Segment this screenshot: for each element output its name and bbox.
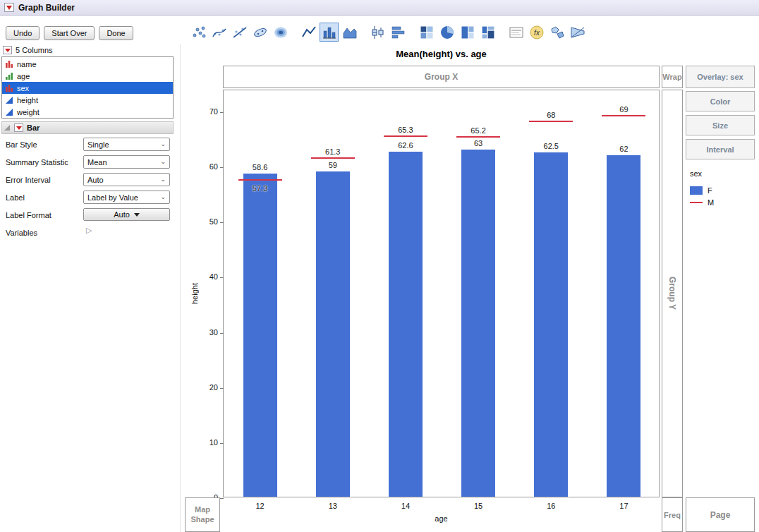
- freq-zone[interactable]: Freq: [662, 497, 683, 532]
- bar-age-12[interactable]: [243, 174, 277, 497]
- prop-row-bar-style: Bar StyleSingle⌄: [0, 136, 181, 154]
- legend-entry-F[interactable]: F: [690, 184, 714, 196]
- wrap-label: Wrap: [662, 73, 681, 81]
- m-line-age-17[interactable]: [602, 115, 645, 116]
- done-button[interactable]: Done: [99, 26, 133, 40]
- columns-header-label: 5 Columns: [16, 46, 53, 54]
- columns-red-triangle-icon[interactable]: [3, 46, 12, 54]
- chevron-down-icon: ⌄: [160, 141, 166, 147]
- select-value: Auto: [87, 176, 104, 184]
- columns-header: 5 Columns: [3, 46, 53, 54]
- ellipse-icon[interactable]: [250, 23, 269, 42]
- line-value-label: 57.3: [238, 184, 282, 193]
- column-item-age[interactable]: age: [2, 70, 173, 82]
- column-item-sex[interactable]: sex: [2, 82, 173, 94]
- chevron-down-icon: ⌄: [160, 194, 166, 200]
- red-triangle-menu-icon[interactable]: [4, 3, 14, 12]
- bar-age-15[interactable]: [461, 150, 495, 497]
- columns-list[interactable]: nameagesexheightweight: [1, 56, 174, 119]
- size-zone[interactable]: Size: [686, 115, 755, 135]
- x-tick-label: 14: [391, 502, 420, 510]
- error-interval-select[interactable]: Auto⌄: [83, 173, 170, 186]
- label-label: Label: [6, 193, 25, 202]
- interval-zone[interactable]: Interval: [686, 139, 755, 159]
- m-line-age-14[interactable]: [384, 135, 427, 137]
- summary-statistic-select[interactable]: Mean⌄: [83, 155, 170, 169]
- chevron-down-icon: ⌄: [160, 176, 166, 183]
- legend-entry-M[interactable]: M: [690, 196, 714, 208]
- group-y-label: Group Y: [667, 277, 677, 310]
- column-item-label: name: [17, 60, 37, 68]
- group-y-zone[interactable]: Group Y: [662, 90, 683, 497]
- parallel-icon[interactable]: [568, 23, 587, 42]
- treemap-icon[interactable]: [458, 23, 477, 42]
- bar-red-triangle-icon[interactable]: [14, 123, 23, 132]
- bar-age-17[interactable]: [607, 155, 640, 497]
- contour-icon[interactable]: [271, 23, 290, 42]
- undo-button[interactable]: Undo: [6, 26, 40, 40]
- color-label: Color: [710, 97, 731, 106]
- column-item-height[interactable]: height: [2, 94, 173, 106]
- start-over-button[interactable]: Start Over: [44, 26, 95, 40]
- y-tick-mark: [220, 498, 224, 499]
- nominal-icon: [5, 84, 13, 92]
- bar-age-14[interactable]: [389, 152, 423, 497]
- wrap-zone[interactable]: Wrap: [662, 66, 683, 88]
- legend-line-swatch: [690, 202, 703, 203]
- label-select[interactable]: Label by Value⌄: [83, 191, 170, 204]
- m-line-age-16[interactable]: [529, 121, 573, 122]
- prop-row-label-format: Label FormatAuto: [0, 207, 181, 224]
- pie-icon[interactable]: [437, 23, 456, 42]
- m-line-age-15[interactable]: [456, 136, 500, 138]
- mosaic-icon[interactable]: [478, 23, 497, 42]
- line-of-fit-icon[interactable]: [230, 23, 249, 42]
- y-tick-mark: [220, 112, 224, 113]
- window-title: Graph Builder: [18, 3, 75, 13]
- bar-age-16[interactable]: [534, 152, 568, 497]
- color-zone[interactable]: Color: [686, 91, 755, 111]
- line-icon[interactable]: [299, 23, 318, 42]
- map-shape-zone[interactable]: Map Shape: [185, 497, 220, 532]
- column-item-label: weight: [17, 108, 40, 116]
- formula-icon[interactable]: fx: [527, 23, 546, 42]
- bar-style-label: Bar Style: [6, 140, 37, 149]
- histogram-icon[interactable]: [389, 23, 408, 42]
- column-item-weight[interactable]: weight: [2, 106, 173, 118]
- bar-style-select[interactable]: Single⌄: [83, 138, 170, 151]
- collapse-triangle-icon[interactable]: [4, 125, 10, 131]
- group-x-zone[interactable]: Group X: [223, 66, 660, 88]
- nominal-icon: [5, 60, 13, 68]
- overlay-zone[interactable]: Overlay: sex: [686, 66, 755, 88]
- y-tick-mark: [220, 167, 224, 168]
- column-item-name[interactable]: name: [2, 58, 173, 70]
- heatmap-icon[interactable]: [417, 23, 436, 42]
- prop-row-label: LabelLabel by Value⌄: [0, 189, 181, 207]
- freq-label: Freq: [664, 511, 681, 519]
- bar-age-13[interactable]: [316, 171, 350, 497]
- smoother-icon[interactable]: [210, 23, 229, 42]
- bar-panel-header: Bar: [1, 121, 174, 134]
- map-shapes-icon[interactable]: [547, 23, 566, 42]
- page-zone[interactable]: Page: [686, 497, 755, 532]
- bar-value-label: 63: [456, 139, 500, 147]
- legend: sex FM: [690, 169, 714, 208]
- caption-box-icon[interactable]: [506, 23, 526, 42]
- label-format-button[interactable]: Auto: [83, 208, 170, 221]
- y-tick-mark: [220, 222, 224, 223]
- bar-value-label: 62.5: [529, 142, 573, 150]
- x-tick-label: 17: [609, 502, 638, 510]
- bar-panel-title: Bar: [27, 123, 40, 132]
- prop-row-error-interval: Error IntervalAuto⌄: [0, 171, 181, 189]
- area-icon[interactable]: [340, 23, 359, 42]
- points-icon[interactable]: [189, 23, 208, 42]
- bar-icon[interactable]: [320, 23, 339, 42]
- m-line-age-12[interactable]: [238, 179, 282, 181]
- chevron-down-icon: ⌄: [160, 159, 166, 165]
- plot-area[interactable]: 010203040506070heightage1258.657.3135961…: [223, 90, 660, 497]
- m-line-age-13[interactable]: [311, 157, 355, 159]
- interval-label: Interval: [706, 145, 734, 154]
- bar-value-label: 62.6: [384, 141, 427, 150]
- variables-disclosure-icon[interactable]: ▷: [86, 226, 92, 235]
- left-panel: 5 Columns nameagesexheightweight Bar Bar…: [0, 44, 181, 532]
- box-plot-icon[interactable]: [368, 23, 387, 42]
